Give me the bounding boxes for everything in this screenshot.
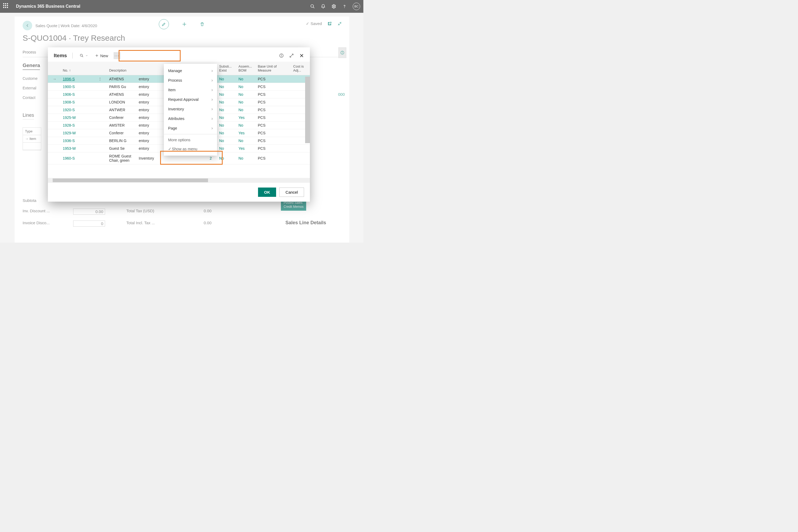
horizontal-scrollbar[interactable] [48, 178, 310, 183]
menu-show-as-menu[interactable]: Show as menu [164, 145, 217, 153]
dialog-new-button[interactable]: New [93, 52, 110, 59]
col-sub[interactable]: Substi... Exist [216, 62, 236, 75]
expand-icon[interactable] [289, 53, 294, 58]
cancel-button[interactable]: Cancel [279, 188, 304, 197]
menu-request-approval[interactable]: Request Approval [164, 95, 217, 104]
col-uom[interactable]: Base Unit of Measure [255, 62, 290, 75]
svg-point-9 [80, 54, 82, 56]
col-asm[interactable]: Assem... BOM [236, 62, 255, 75]
col-cost[interactable]: Cost is Adj... [290, 62, 310, 75]
menu-more-options[interactable]: More options [164, 135, 217, 145]
info-icon[interactable] [279, 53, 284, 58]
menu-attributes[interactable]: Attributes [164, 114, 217, 124]
svg-line-10 [82, 56, 83, 57]
dialog-actions-menu: Manage Process Item Request Approval Inv… [164, 64, 217, 156]
dialog-title: Items [54, 53, 67, 58]
svg-point-15 [281, 55, 282, 55]
vertical-scrollbar[interactable] [305, 77, 310, 143]
menu-process[interactable]: Process [164, 76, 217, 85]
menu-item[interactable]: Item [164, 85, 217, 95]
menu-manage[interactable]: Manage [164, 66, 217, 76]
menu-inventory[interactable]: Inventory [164, 104, 217, 114]
close-icon[interactable] [299, 53, 304, 58]
menu-page[interactable]: Page [164, 124, 217, 133]
ok-button[interactable]: OK [258, 188, 277, 197]
dialog-more-button[interactable]: ··· [114, 52, 120, 59]
col-desc[interactable]: Description [107, 62, 136, 75]
dialog-search-button[interactable] [78, 52, 90, 59]
col-no[interactable]: No. ↑ [60, 62, 95, 75]
